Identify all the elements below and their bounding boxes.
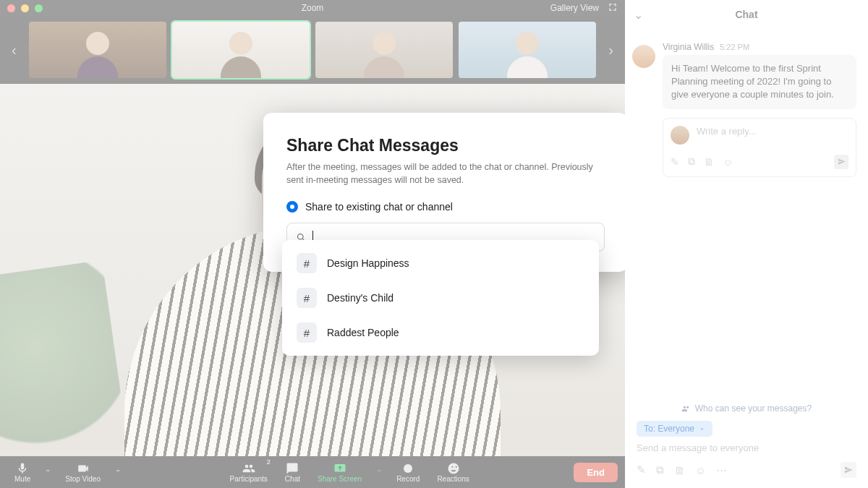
compose-input[interactable]: Send a message to everyone [637, 442, 856, 453]
participant-thumb[interactable] [315, 22, 453, 78]
quote-icon[interactable]: ⧉ [688, 155, 695, 168]
emoji-icon[interactable]: ☺ [695, 464, 706, 476]
share-screen-label: Share Screen [318, 475, 362, 483]
people-icon [681, 404, 691, 414]
message-bubble: Hi Team! Welcome to the first Sprint Pla… [663, 55, 856, 109]
participants-label: Participants [230, 475, 268, 483]
meeting-window: Zoom Gallery View ‹ › Mu [0, 0, 625, 488]
chat-panel: ⌄ Chat Virginia Willis 5:22 PM Hi Team! … [625, 0, 868, 488]
file-icon[interactable]: 🗎 [704, 156, 714, 168]
next-thumbnail-icon[interactable]: › [608, 42, 613, 59]
chat-footer: Who can see your messages? To: Everyone … [625, 396, 868, 488]
emoji-icon[interactable]: ☺ [723, 156, 733, 168]
titlebar: Zoom Gallery View [0, 0, 625, 16]
format-icon[interactable]: ✎ [637, 463, 646, 476]
who-can-see-link[interactable]: Who can see your messages? [637, 403, 856, 414]
share-screen-button[interactable]: Share Screen [310, 457, 369, 487]
channel-dropdown: # Design Happiness # Destiny's Child # R… [282, 240, 599, 356]
mute-options-caret[interactable]: ⌃ [41, 468, 55, 476]
reactions-button[interactable]: Reactions [430, 457, 476, 487]
chat-title: Chat [735, 9, 757, 20]
video-options-caret[interactable]: ⌃ [111, 468, 125, 476]
mute-button[interactable]: Mute [7, 457, 38, 487]
mute-label: Mute [14, 475, 30, 483]
quote-icon[interactable]: ⧉ [656, 463, 664, 476]
share-existing-radio[interactable]: Share to existing chat or channel [286, 201, 605, 213]
stop-video-button[interactable]: Stop Video [58, 457, 108, 487]
participants-count: 2 [267, 458, 271, 466]
avatar [632, 45, 655, 68]
chevron-down-icon [699, 426, 705, 432]
chat-label: Chat [285, 475, 300, 483]
stop-video-label: Stop Video [65, 475, 101, 483]
participant-thumb[interactable] [29, 22, 166, 78]
more-icon[interactable]: ⋯ [716, 463, 727, 476]
hash-icon: # [297, 253, 317, 273]
channel-name: Destiny's Child [327, 292, 393, 304]
prev-thumbnail-icon[interactable]: ‹ [12, 42, 17, 59]
share-options-caret[interactable]: ⌃ [372, 468, 386, 476]
send-button[interactable] [841, 462, 856, 478]
svg-point-0 [404, 464, 412, 473]
sender-name: Virginia Willis [663, 42, 714, 52]
record-label: Record [396, 475, 420, 483]
chat-header: ⌄ Chat [625, 0, 868, 29]
reactions-label: Reactions [437, 475, 469, 483]
channel-name: Design Happiness [327, 257, 409, 269]
reply-placeholder: Write a reply... [697, 126, 757, 137]
modal-title: Share Chat Messages [286, 136, 605, 155]
end-button[interactable]: End [574, 463, 618, 482]
participant-thumb[interactable] [459, 22, 596, 78]
modal-subtitle: After the meeting, messages will be adde… [286, 161, 605, 187]
chat-messages: Virginia Willis 5:22 PM Hi Team! Welcome… [625, 29, 868, 396]
window-title: Zoom [0, 3, 625, 13]
channel-option[interactable]: # Design Happiness [282, 246, 599, 281]
send-reply-button[interactable] [834, 155, 848, 169]
reply-box[interactable]: Write a reply... ✎ ⧉ 🗎 ☺ [663, 118, 856, 177]
recipient-pill[interactable]: To: Everyone [637, 421, 712, 437]
svg-point-1 [298, 234, 304, 239]
avatar [671, 126, 689, 145]
meeting-toolbar: Mute ⌃ Stop Video ⌃ Participants 2 Chat … [0, 456, 625, 488]
chat-button[interactable]: Chat [278, 457, 307, 487]
participants-button[interactable]: Participants 2 [223, 457, 275, 487]
to-label: To: Everyone [644, 424, 694, 434]
record-button[interactable]: Record [389, 457, 427, 487]
participant-thumb[interactable] [172, 22, 310, 78]
channel-option[interactable]: # Destiny's Child [282, 281, 599, 315]
radio-label: Share to existing chat or channel [305, 201, 453, 213]
chat-message: Virginia Willis 5:22 PM Hi Team! Welcome… [632, 42, 856, 109]
channel-name: Raddest People [327, 327, 399, 338]
hash-icon: # [297, 288, 317, 308]
who-can-see-label: Who can see your messages? [695, 403, 812, 414]
participant-thumbnails: ‹ › [0, 16, 625, 84]
message-time: 5:22 PM [720, 43, 749, 51]
format-icon[interactable]: ✎ [671, 156, 679, 168]
chevron-down-icon[interactable]: ⌄ [634, 8, 643, 22]
file-icon[interactable]: 🗎 [674, 464, 685, 476]
hash-icon: # [297, 322, 317, 343]
radio-selected-icon [286, 201, 298, 213]
channel-option[interactable]: # Raddest People [282, 315, 599, 350]
